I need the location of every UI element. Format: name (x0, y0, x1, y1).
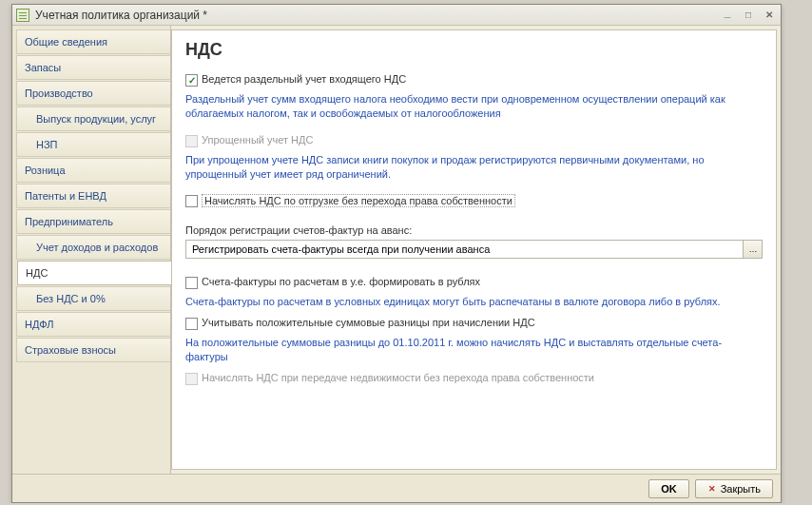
close-window-button[interactable] (762, 9, 777, 22)
positive-diff-hint: На положительные суммовые разницы до 01.… (185, 336, 763, 364)
window-title: Учетная политика организаций * (35, 9, 720, 22)
sidebar-item-inventory[interactable]: Запасы (16, 55, 170, 80)
close-button-label: Закрыть (721, 483, 761, 495)
real-estate-label: Начислять НДС при передаче недвижимости … (202, 372, 594, 383)
sidebar-item-label: НДС (26, 267, 48, 279)
separate-accounting-checkbox[interactable] (185, 74, 198, 87)
page-title: НДС (185, 40, 763, 60)
sidebar-item-label: Розница (25, 165, 66, 176)
footer: OK Закрыть (12, 474, 781, 502)
titlebar: Учетная политика организаций * (12, 5, 781, 26)
invoices-ye-label[interactable]: Счета-фактуры по расчетам в у.е. формиро… (202, 276, 480, 287)
advance-order-label: Порядок регистрации счетов-фактур на ава… (185, 224, 763, 236)
advance-order-select[interactable]: Регистрировать счета-фактуры всегда при … (185, 240, 763, 259)
maximize-button[interactable] (741, 9, 756, 22)
invoices-ye-hint: Счета-фактуры по расчетам в условных еди… (185, 295, 763, 309)
simplified-label: Упрощенный учет НДС (202, 134, 313, 146)
sidebar-item-label: Предприниматель (25, 216, 113, 227)
simplified-checkbox (185, 135, 198, 147)
separate-accounting-hint: Раздельный учет сумм входящего налога не… (185, 92, 763, 121)
sidebar-item-product-output[interactable]: Выпуск продукции, услуг (16, 107, 170, 131)
shipment-no-transfer-label[interactable]: Начислять НДС по отгрузке без перехода п… (202, 194, 515, 207)
sidebar-item-retail[interactable]: Розница (16, 158, 170, 183)
sidebar-item-ndfl[interactable]: НДФЛ (16, 312, 170, 337)
ok-button[interactable]: OK (648, 479, 689, 498)
sidebar-item-label: Общие сведения (25, 36, 107, 48)
sidebar-item-label: НЗП (36, 139, 58, 150)
sidebar-item-label: Запасы (25, 62, 61, 73)
sidebar-item-label: Патенты и ЕНВД (25, 190, 106, 202)
real-estate-checkbox (185, 373, 198, 385)
app-icon (16, 9, 29, 22)
minimize-button[interactable] (720, 9, 735, 22)
sidebar-item-label: Без НДС и 0% (36, 293, 106, 304)
sidebar-item-label: Выпуск продукции, услуг (36, 113, 156, 125)
positive-diff-checkbox[interactable] (185, 318, 198, 330)
sidebar-item-entrepreneur[interactable]: Предприниматель (16, 209, 170, 234)
ok-button-label: OK (661, 483, 677, 495)
sidebar-item-general[interactable]: Общие сведения (16, 29, 170, 54)
sidebar-item-no-nds[interactable]: Без НДС и 0% (16, 286, 170, 311)
sidebar-item-patents[interactable]: Патенты и ЕНВД (16, 184, 170, 208)
sidebar-item-income-expense[interactable]: Учет доходов и расходов (16, 235, 170, 260)
sidebar: Общие сведения Запасы Производство Выпус… (12, 26, 171, 474)
sidebar-item-label: Страховые взносы (25, 344, 116, 356)
shipment-no-transfer-checkbox[interactable] (185, 195, 198, 207)
sidebar-item-production[interactable]: Производство (16, 81, 170, 106)
sidebar-item-label: Производство (25, 87, 93, 99)
simplified-hint: При упрощенном учете НДС записи книги по… (185, 153, 763, 182)
sidebar-item-label: НДФЛ (25, 319, 53, 330)
advance-order-value: Регистрировать счета-фактуры всегда при … (186, 241, 743, 258)
window: Учетная политика организаций * Общие све… (11, 4, 782, 503)
close-icon (707, 484, 717, 494)
separate-accounting-label[interactable]: Ведется раздельный учет входящего НДС (202, 73, 406, 85)
sidebar-item-wip[interactable]: НЗП (16, 132, 170, 157)
positive-diff-label[interactable]: Учитывать положительные суммовые разницы… (202, 317, 535, 328)
advance-order-open-button[interactable]: … (743, 241, 762, 258)
sidebar-item-nds[interactable]: НДС (17, 261, 171, 285)
sidebar-item-insurance[interactable]: Страховые взносы (16, 338, 170, 362)
close-button[interactable]: Закрыть (695, 479, 773, 498)
invoices-ye-checkbox[interactable] (185, 277, 198, 289)
main-panel: НДС Ведется раздельный учет входящего НД… (171, 29, 777, 470)
sidebar-item-label: Учет доходов и расходов (36, 242, 158, 253)
